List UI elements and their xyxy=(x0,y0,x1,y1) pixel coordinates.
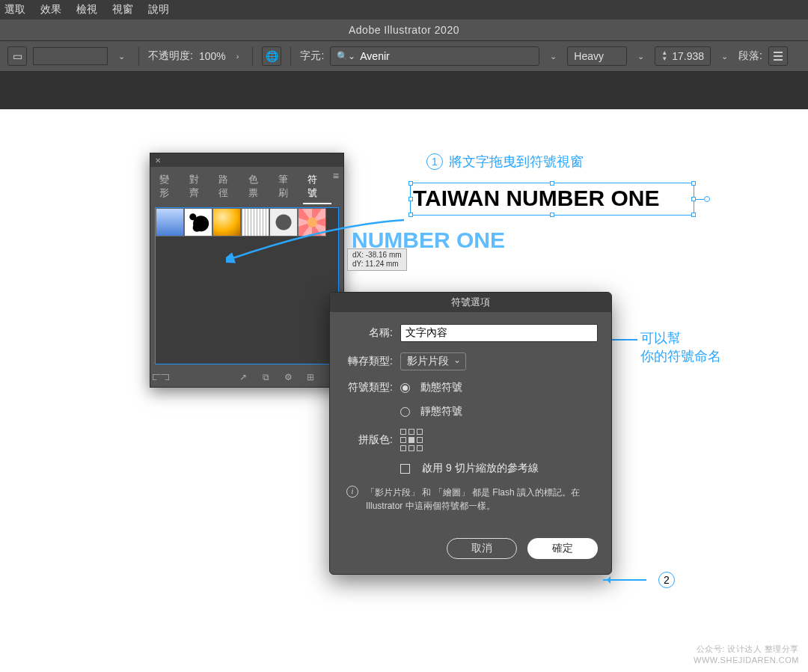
tab-brushes[interactable]: 筆刷 xyxy=(274,170,302,204)
menu-window[interactable]: 視窗 xyxy=(112,3,133,16)
drag-dy: dY: 11.24 mm xyxy=(352,260,402,269)
font-family-field[interactable] xyxy=(360,50,533,62)
dialog-info: i 「影片片段」 和 「繪圖」 都是 Flash 讀入的標記。在 Illustr… xyxy=(346,486,595,513)
watermark: 公众号: 设计达人 整理分享 WWW.SHEJIDAREN.COM xyxy=(694,644,799,666)
nine-slice-label: 啟用 9 切片縮放的參考線 xyxy=(422,462,539,475)
close-icon[interactable]: ✕ xyxy=(155,156,161,165)
name-label: 名稱: xyxy=(343,326,393,340)
symbol-options-icon[interactable]: ⚙ xyxy=(282,372,294,382)
symbol-thumb[interactable] xyxy=(156,208,184,236)
opacity-label: 不透明度: xyxy=(148,49,193,63)
drag-tooltip: dX: -38.16 mm dY: 11.24 mm xyxy=(347,248,407,271)
char-label: 字元: xyxy=(300,49,324,63)
annotation-name-hint: 可以幫 你的符號命名 xyxy=(640,329,721,365)
panel-tabs: 變形 對齊 路徑 色票 筆刷 符號 ≡ xyxy=(150,167,343,204)
separator xyxy=(252,46,253,66)
symbol-thumb[interactable] xyxy=(184,208,212,236)
symbol-thumb[interactable] xyxy=(269,208,298,236)
panel-menu-icon[interactable]: ≡ xyxy=(333,170,339,204)
app-title-bar: Adobe Illustrator 2020 xyxy=(0,19,808,40)
symbol-thumb[interactable] xyxy=(212,208,241,236)
step-number-2: 2 xyxy=(658,572,675,588)
no-selection-icon[interactable]: ▭ xyxy=(7,46,27,66)
menu-effect[interactable]: 效果 xyxy=(40,3,61,16)
export-type-select[interactable]: 影片片段 xyxy=(400,352,466,370)
radio-dynamic[interactable] xyxy=(400,383,410,393)
export-type-label: 轉存類型: xyxy=(343,355,393,368)
annotation-step2: 2 xyxy=(603,572,675,588)
font-size-value: 17.938 xyxy=(672,50,704,62)
chevron-right-icon[interactable]: › xyxy=(232,52,244,61)
symbol-options-dialog: 符號選項 名稱: 轉存類型: 影片片段 符號類型: 動態符號 靜態符號 拼版色: xyxy=(329,292,612,575)
tab-symbols[interactable]: 符號 xyxy=(303,170,331,204)
drag-dx: dX: -38.16 mm xyxy=(352,251,402,260)
radio-static-label: 靜態符號 xyxy=(420,405,462,418)
symbol-thumb[interactable] xyxy=(298,208,326,236)
stepper-icon[interactable]: ▲▼ xyxy=(661,50,667,62)
place-symbol-icon[interactable]: ↗ xyxy=(237,372,249,382)
text-anchor-icon[interactable] xyxy=(704,196,710,202)
panel-footer: ⫍⫎ ↗ ⧉ ⚙ ⊞ 🗑 xyxy=(150,367,343,387)
ok-button[interactable]: 確定 xyxy=(527,538,598,559)
annotation-arrow-icon xyxy=(603,579,646,581)
document-bar xyxy=(0,72,808,109)
radio-static[interactable] xyxy=(400,407,410,417)
paragraph-label: 段落: xyxy=(738,49,762,63)
radio-dynamic-label: 動態符號 xyxy=(420,381,462,394)
break-link-icon[interactable]: ⧉ xyxy=(260,372,272,382)
font-size-input[interactable]: ▲▼ 17.938 xyxy=(655,46,711,66)
font-family-input[interactable]: 🔍⌄ xyxy=(330,46,539,66)
symbols-panel: ✕ 變形 對齊 路徑 色票 筆刷 符號 ≡ ⫍⫎ ↗ ⧉ ⚙ ⊞ 🗑 xyxy=(150,153,344,388)
app-title: Adobe Illustrator 2020 xyxy=(349,24,459,36)
control-bar: ▭ ⌄ 不透明度: 100% › 🌐 字元: 🔍⌄ ⌄ Heavy ⌄ ▲▼ 1… xyxy=(0,40,808,72)
search-icon: 🔍⌄ xyxy=(337,51,355,61)
registration-grid[interactable] xyxy=(400,429,423,451)
separator xyxy=(138,46,139,66)
selection-box[interactable] xyxy=(410,183,694,216)
annotation-text: 將文字拖曳到符號視窗 xyxy=(449,153,584,171)
tab-swatches[interactable]: 色票 xyxy=(244,170,272,204)
symbol-type-label: 符號類型: xyxy=(343,381,393,394)
chevron-down-icon[interactable]: ⌄ xyxy=(114,52,129,61)
annotation-step1: 1 將文字拖曳到符號視窗 xyxy=(426,153,584,171)
menu-view[interactable]: 檢視 xyxy=(76,3,97,16)
menu-select[interactable]: 選取 xyxy=(4,3,25,16)
menu-help[interactable]: 說明 xyxy=(148,3,169,16)
opacity-value[interactable]: 100% xyxy=(199,50,226,62)
symbol-thumb[interactable] xyxy=(241,208,269,236)
symbols-grid[interactable] xyxy=(155,207,339,364)
library-icon[interactable]: ⫍⫎ xyxy=(155,372,167,382)
nine-slice-checkbox[interactable] xyxy=(400,464,410,474)
tab-transform[interactable]: 變形 xyxy=(155,170,183,204)
font-weight-select[interactable]: Heavy xyxy=(567,46,627,66)
menubar: 選取 效果 檢視 視窗 說明 xyxy=(0,0,808,19)
info-icon: i xyxy=(346,486,358,498)
new-symbol-icon[interactable]: ⊞ xyxy=(304,372,316,382)
paragraph-icon[interactable] xyxy=(768,46,788,66)
fill-swatch[interactable] xyxy=(33,47,108,65)
dialog-info-text: 「影片片段」 和 「繪圖」 都是 Flash 讀入的標記。在 Illustrat… xyxy=(366,486,595,513)
tab-align[interactable]: 對齊 xyxy=(185,170,213,204)
panel-title-bar[interactable]: ✕ xyxy=(150,153,343,167)
globe-icon[interactable]: 🌐 xyxy=(262,46,281,66)
chevron-down-icon[interactable]: ⌄ xyxy=(633,52,649,61)
font-weight-value: Heavy xyxy=(574,50,604,62)
cancel-button[interactable]: 取消 xyxy=(447,538,517,559)
tab-pathfinder[interactable]: 路徑 xyxy=(214,170,242,204)
chevron-down-icon[interactable]: ⌄ xyxy=(545,52,561,61)
name-input[interactable] xyxy=(400,324,598,342)
dialog-title: 符號選項 xyxy=(330,293,611,312)
separator xyxy=(290,46,291,66)
registration-label: 拼版色: xyxy=(343,433,393,447)
chevron-down-icon[interactable]: ⌄ xyxy=(717,52,732,61)
step-number-1: 1 xyxy=(426,153,443,170)
